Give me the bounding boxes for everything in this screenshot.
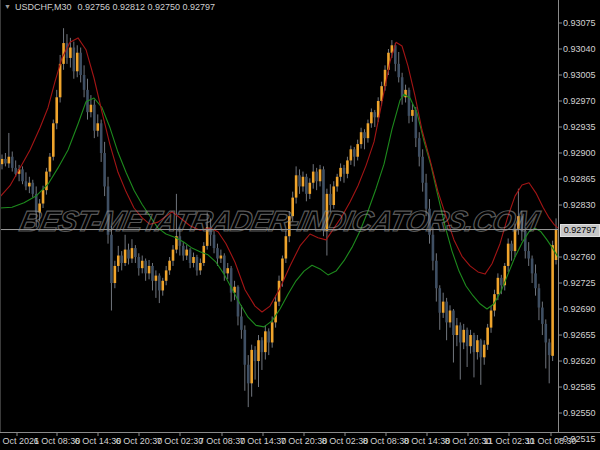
candle-bull [199,263,202,270]
time-tick-label: 6 Oct 20:30 [116,436,163,446]
price-tick-label: 0.92620 [563,356,596,366]
candle-bull [332,186,335,205]
candle-bull [8,157,11,164]
candle-bull [490,311,493,328]
candle-bull [165,270,168,280]
price-tick-label: 0.92900 [563,148,596,158]
candle-bear [418,138,421,157]
candle-bear [373,112,376,117]
candle-bear [397,64,400,77]
candle-bear [261,340,264,352]
time-tick-label: 6 Oct 08:30 [34,436,81,446]
candle-bear [415,110,418,138]
bid-price-label: 0.92797 [560,224,600,237]
time-tick-label: 7 Oct 02:30 [157,436,204,446]
candle-bull [274,302,277,323]
price-tick-label: 0.92725 [563,278,596,288]
candle-bull [456,325,459,335]
candle-bull [1,159,4,164]
candle-bull [302,177,305,187]
candle-bear [305,177,308,194]
candle-bear [144,261,147,274]
candle-bear [223,256,226,274]
candle-bear [120,256,123,263]
candle-bear [466,330,469,346]
candle-bull [449,311,452,323]
candle-bull [312,172,315,183]
candle-bull [319,169,322,181]
candlestick-chart[interactable] [0,0,600,450]
candle-bull [271,322,274,342]
candle-bull [360,132,363,144]
candle-bear [151,266,154,281]
candle-bear [544,324,547,343]
candle-bull [185,250,188,256]
price-tick-label: 0.92550 [563,408,596,418]
price-tick-label: 0.92935 [563,122,596,132]
candle-bear [138,257,141,268]
price-tick-label: 0.92690 [563,304,596,314]
candle-bear [189,250,192,263]
candle-bull [442,302,445,313]
candle-bear [445,302,448,323]
mt4-chart-window: { "window": { "dropdown_icon": "▼", "sym… [0,0,600,450]
price-tick-label: 0.92585 [563,382,596,392]
candle-bear [83,75,86,90]
candle-bear [421,157,424,183]
time-tick-label: 11 Oct 08:30 [526,436,577,446]
candle-bear [538,288,541,307]
candle-bull [367,123,370,138]
candle-bear [21,169,24,181]
candle-bear [524,231,527,251]
candle-bull [288,216,291,236]
candle-bull [469,335,472,346]
candle-bull [350,149,353,160]
candle-bear [343,168,346,174]
candle-bear [353,149,356,156]
candle-bear [244,330,247,365]
candle-bull [346,160,349,173]
candle-bear [213,235,216,248]
candle-bull [462,330,465,343]
candle-bull [155,276,158,281]
price-tick-label: 0.93005 [563,70,596,80]
candle-bull [226,268,229,273]
time-tick-label: 7 Oct 20:30 [281,436,328,446]
candle-bull [497,278,500,294]
candle-bear [100,123,103,153]
candle-bull [192,257,195,263]
candle-bear [510,244,513,251]
candle-bull [124,250,127,263]
candle-bull [507,244,510,266]
price-tick-label: 0.92760 [563,252,596,262]
candle-bear [31,183,34,194]
candle-bull [370,112,373,123]
time-tick-label: 8 Oct 08:30 [363,436,410,446]
candle-bull [96,123,99,130]
candle-bear [127,250,130,259]
dropdown-arrow-icon[interactable]: ▼ [4,3,11,10]
candle-bear [425,183,428,209]
candle-bull [264,331,267,352]
candle-bull [220,256,223,259]
candle-bear [298,175,301,186]
candle-bear [531,259,534,274]
candle-bull [28,183,31,187]
time-tick-label: 8 Oct 02:30 [322,436,369,446]
candle-bull [38,204,41,213]
candle-bull [336,177,339,187]
candle-bull [551,245,554,356]
candle-bear [408,90,411,116]
candle-bull [206,227,209,246]
candle-bear [4,159,7,163]
chart-title-symbol: USDCHF,M30 [15,2,72,12]
candle-bear [363,132,366,138]
candle-bear [438,288,441,313]
price-tick-label: 0.92865 [563,174,596,184]
candle-bear [25,181,28,186]
candle-bull [517,216,520,229]
candle-bull [483,345,486,358]
chart-title-ohlc: 0.92756 0.92812 0.92750 0.92797 [77,2,215,12]
candle-bear [541,308,544,324]
candle-bear [500,278,503,285]
